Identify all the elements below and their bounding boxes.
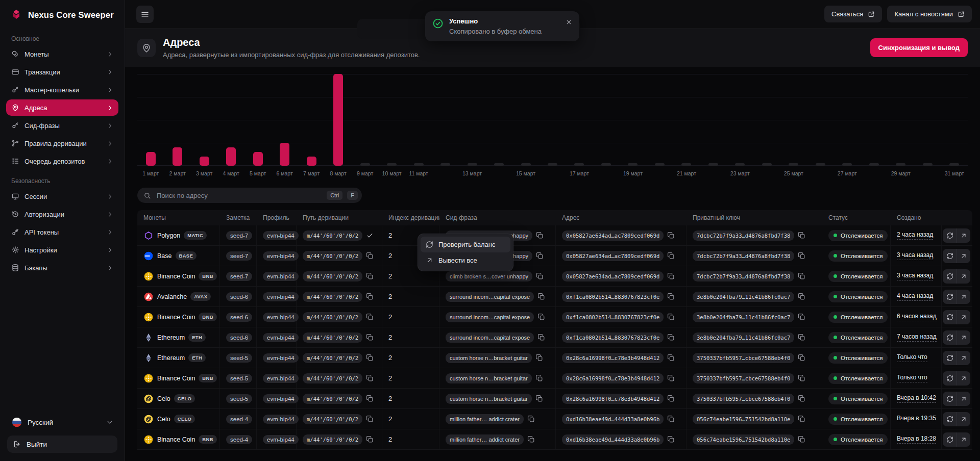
seed-phrase-chip[interactable]: surround incom…capital expose <box>446 292 534 302</box>
created-time[interactable]: 3 часа назад <box>897 272 933 280</box>
refresh-balance-button[interactable] <box>943 351 957 365</box>
private-key-chip[interactable]: 056c74eabe1596…751542bd8a110e <box>693 434 794 445</box>
seed-phrase-chip[interactable]: custom horse n…bracket guitar <box>446 373 532 383</box>
copy-icon[interactable] <box>535 395 543 402</box>
derivation-path-chip[interactable]: m/44'/60'/0'/0/2 <box>303 231 362 241</box>
created-time[interactable]: Вчера в 19:35 <box>897 415 936 423</box>
chart-bar[interactable] <box>681 163 691 166</box>
context-menu-item[interactable]: Проверить баланс <box>421 237 510 252</box>
sidebar-item-sessions[interactable]: Сессии <box>6 188 118 204</box>
copy-icon[interactable] <box>798 334 805 341</box>
copy-icon[interactable] <box>366 374 374 382</box>
chart-bar[interactable] <box>574 163 584 166</box>
derivation-path-chip[interactable]: m/44'/60'/0'/0/2 <box>303 434 362 445</box>
copy-icon[interactable] <box>535 374 543 382</box>
chart-bar[interactable] <box>923 163 933 166</box>
copy-icon[interactable] <box>667 436 675 443</box>
copy-icon[interactable] <box>667 334 675 341</box>
withdraw-button[interactable] <box>957 330 970 345</box>
copy-icon[interactable] <box>798 354 805 362</box>
copy-icon[interactable] <box>537 313 545 321</box>
chart-bar[interactable] <box>173 147 182 166</box>
chart-bar[interactable] <box>468 163 477 166</box>
column-header[interactable]: Приватный ключ <box>687 214 822 221</box>
derivation-path-chip[interactable]: m/44'/60'/0'/0/2 <box>303 292 362 302</box>
copy-icon[interactable] <box>537 293 545 300</box>
private-key-chip[interactable]: 7dcbc72b7f9a33…d4876a8fbd7f38 <box>693 251 794 261</box>
chart-bar[interactable] <box>440 163 450 166</box>
chart-bar[interactable] <box>655 163 665 166</box>
chart-bar[interactable] <box>789 163 798 166</box>
sidebar-item-addresses[interactable]: Адреса <box>6 99 118 116</box>
sidebar-item-authorizations[interactable]: Авторизации <box>6 206 118 222</box>
withdraw-button[interactable] <box>957 269 970 284</box>
copy-icon[interactable] <box>366 252 374 260</box>
copy-icon[interactable] <box>798 272 805 280</box>
seed-phrase-chip[interactable]: custom horse n…bracket guitar <box>446 394 532 404</box>
chart-bar[interactable] <box>280 143 289 166</box>
copy-icon[interactable] <box>798 232 805 239</box>
sidebar-item-settings[interactable]: Настройки <box>6 242 118 258</box>
address-chip[interactable]: 0x05827ae634ad…ac7809cedf069d <box>562 251 664 261</box>
private-key-chip[interactable]: 3e8b0e204fba79…11c41b86fc0ac7 <box>693 312 794 322</box>
withdraw-button[interactable] <box>957 249 970 263</box>
address-chip[interactable]: 0x05827ae634ad…ac7809cedf069d <box>562 271 664 281</box>
refresh-balance-button[interactable] <box>943 371 957 386</box>
withdraw-button[interactable] <box>957 371 970 386</box>
private-key-chip[interactable]: 7dcbc72b7f9a33…d4876a8fbd7f38 <box>693 271 794 281</box>
copy-icon[interactable] <box>798 436 805 443</box>
refresh-balance-button[interactable] <box>943 412 957 426</box>
private-key-chip[interactable]: 3750337bfb5957…cbce67588eb4f0 <box>693 373 794 383</box>
derivation-path-chip[interactable]: m/44'/60'/0'/0/2 <box>303 373 362 383</box>
created-time[interactable]: 6 часов назад <box>897 313 937 321</box>
copy-icon[interactable] <box>536 272 544 280</box>
derivation-path-chip[interactable]: m/44'/60'/0'/0/2 <box>303 271 362 281</box>
withdraw-button[interactable] <box>957 351 970 365</box>
column-header[interactable]: Статус <box>822 214 891 221</box>
refresh-balance-button[interactable] <box>943 310 957 324</box>
copy-icon[interactable] <box>798 293 805 300</box>
copy-icon[interactable] <box>366 293 374 300</box>
derivation-path-chip[interactable]: m/44'/60'/0'/0/2 <box>303 251 362 261</box>
derivation-path-chip[interactable]: m/44'/60'/0'/0/2 <box>303 414 362 424</box>
language-selector[interactable]: Русский <box>7 413 117 431</box>
address-chip[interactable]: 0xf1ca0802b514…8830767823cf0e <box>562 292 664 302</box>
derivation-path-chip[interactable]: m/44'/60'/0'/0/2 <box>303 353 362 363</box>
address-chip[interactable]: 0x05827ae634ad…ac7809cedf069d <box>562 231 664 241</box>
refresh-balance-button[interactable] <box>943 269 957 284</box>
private-key-chip[interactable]: 3750337bfb5957…cbce67588eb4f0 <box>693 394 794 404</box>
column-header[interactable]: Путь деривации <box>297 214 382 221</box>
chart-bar[interactable] <box>521 163 531 166</box>
chart-bar[interactable] <box>414 163 424 166</box>
copy-icon[interactable] <box>366 436 374 443</box>
withdraw-button[interactable] <box>957 412 970 426</box>
chart-bar[interactable] <box>387 163 397 166</box>
context-menu-item[interactable]: Вывести все <box>421 252 510 268</box>
column-header[interactable]: Адрес <box>556 214 687 221</box>
copy-icon[interactable] <box>366 334 374 341</box>
chart-bar[interactable] <box>869 163 879 166</box>
copy-icon[interactable] <box>798 395 805 402</box>
contact-button[interactable]: Связаться <box>824 6 882 22</box>
sidebar-item-master-wallets[interactable]: Мастер-кошельки <box>6 82 118 98</box>
chart-bar[interactable] <box>360 163 370 166</box>
address-chip[interactable]: 0x28c6a16998f0…c78e3b4948d412 <box>562 373 664 383</box>
copy-icon[interactable] <box>667 395 675 402</box>
copy-icon[interactable] <box>667 354 675 362</box>
column-header[interactable]: Профиль <box>257 214 297 221</box>
copy-icon[interactable] <box>667 293 675 300</box>
refresh-balance-button[interactable] <box>943 228 957 243</box>
refresh-balance-button[interactable] <box>943 290 957 304</box>
column-header[interactable]: Сид-фраза <box>439 214 556 221</box>
derivation-path-chip[interactable]: m/44'/60'/0'/0/2 <box>303 394 362 404</box>
chart-bar[interactable] <box>762 163 772 166</box>
sidebar-item-transactions[interactable]: Транзакции <box>6 64 118 80</box>
copy-icon[interactable] <box>667 272 675 280</box>
copy-icon[interactable] <box>536 252 544 260</box>
withdraw-button[interactable] <box>957 392 970 406</box>
private-key-chip[interactable]: 7dcbc72b7f9a33…d4876a8fbd7f38 <box>693 231 794 241</box>
chart-bar[interactable] <box>494 163 504 166</box>
derivation-path-chip[interactable]: m/44'/60'/0'/0/2 <box>303 312 362 322</box>
column-header[interactable]: Заметка <box>220 214 257 221</box>
copy-icon[interactable] <box>667 232 675 239</box>
